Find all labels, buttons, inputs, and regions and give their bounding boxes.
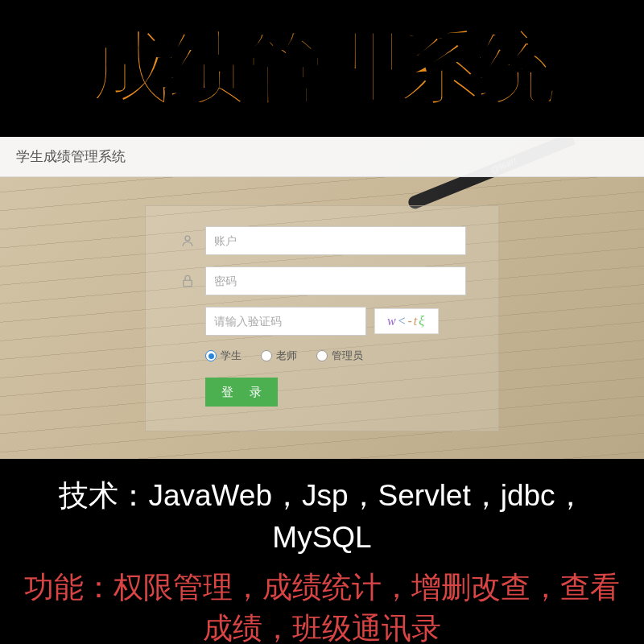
account-row xyxy=(178,226,466,255)
radio-label: 学生 xyxy=(221,349,242,363)
radio-circle-icon xyxy=(205,350,217,361)
svg-point-0 xyxy=(185,236,190,241)
hero-title: 「成绩管理系统」 xyxy=(13,14,631,123)
footer-info: 技术：JavaWeb，Jsp，Servlet，jdbc，MySQL 功能：权限管… xyxy=(0,459,644,644)
radio-teacher[interactable]: 老师 xyxy=(261,349,297,363)
captcha-row: w < -t ξ xyxy=(205,307,466,336)
radio-circle-icon xyxy=(316,350,328,361)
svg-rect-1 xyxy=(184,280,192,287)
login-panel: w < -t ξ 学生 老师 管理员 登 录 xyxy=(145,205,499,431)
radio-student[interactable]: 学生 xyxy=(205,349,242,363)
role-radio-group: 学生 老师 管理员 xyxy=(205,349,466,363)
captcha-image[interactable]: w < -t ξ xyxy=(374,308,439,334)
app-title: 学生成绩管理系统 xyxy=(16,147,126,166)
radio-label: 老师 xyxy=(276,349,297,363)
hero-banner: 「成绩管理系统」 xyxy=(0,0,644,137)
tech-stack-text: 技术：JavaWeb，Jsp，Servlet，jdbc，MySQL xyxy=(24,475,620,559)
user-icon xyxy=(178,231,197,250)
password-input[interactable] xyxy=(205,266,466,295)
login-button[interactable]: 登 录 xyxy=(205,378,278,407)
lock-icon xyxy=(178,271,197,291)
app-header: 学生成绩管理系统 xyxy=(0,137,644,177)
account-input[interactable] xyxy=(205,226,466,255)
features-text: 功能：权限管理，成绩统计，增删改查，查看成绩，班级通讯录 xyxy=(24,567,620,644)
captcha-input[interactable] xyxy=(205,307,366,336)
radio-admin[interactable]: 管理员 xyxy=(316,349,363,363)
password-row xyxy=(178,266,466,295)
radio-label: 管理员 xyxy=(332,349,363,363)
app-screenshot: @%#!! 学生成绩管理系统 xyxy=(0,137,644,459)
radio-circle-icon xyxy=(261,350,272,361)
